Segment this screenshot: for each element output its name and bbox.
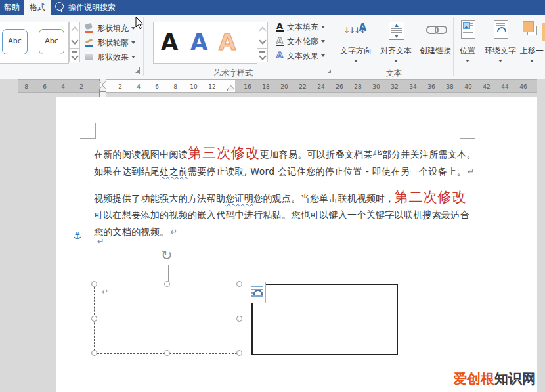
crop-mark-top-left bbox=[95, 123, 96, 138]
shape-fill-icon bbox=[84, 23, 95, 33]
gallery-more-button[interactable] bbox=[257, 48, 268, 62]
shape-fill-button[interactable]: 形状填充 bbox=[84, 22, 143, 35]
chevron-down-icon bbox=[71, 53, 78, 60]
anchor-icon: ⚓ bbox=[73, 230, 81, 242]
align-text-icon bbox=[389, 22, 404, 40]
link-chain-icon bbox=[426, 26, 447, 34]
wordart-dialog-launcher[interactable] bbox=[325, 67, 332, 74]
ruler-numbers-middle: 24681012 bbox=[111, 79, 221, 91]
dropdown-caret-icon bbox=[466, 60, 469, 62]
text-outline-button[interactable]: A 文本轮廓 bbox=[275, 35, 333, 48]
resize-handle-w[interactable] bbox=[91, 316, 97, 322]
text-outline-label: 文本轮廓 bbox=[287, 36, 318, 47]
resize-handle-e[interactable] bbox=[236, 316, 242, 322]
text-fill-label: 文本填充 bbox=[287, 22, 318, 33]
body-text: 视频提供了功能强大的方法帮助 bbox=[94, 193, 225, 204]
paragraph-line-4: 可以在想要添加的视频的嵌入代码中进行粘贴。您也可以键入一个关键字以联机搜索最适合 bbox=[94, 209, 469, 221]
gallery-scroll-down-button[interactable] bbox=[257, 35, 268, 49]
site-watermark: 爱创根知识网 bbox=[453, 370, 536, 388]
resize-handle-sw[interactable] bbox=[91, 350, 97, 356]
shape-styles-dialog-launcher[interactable] bbox=[133, 67, 140, 74]
watermark-suffix: 知识网 bbox=[494, 371, 536, 387]
wordart-gallery: A A A bbox=[153, 22, 257, 64]
selected-textbox[interactable]: ↵ bbox=[94, 284, 240, 354]
paragraph-mark: ↵ bbox=[170, 227, 177, 237]
paragraph-line-5: 您的文档的视频。↵ bbox=[94, 227, 178, 238]
bring-forward-label: 上移一 bbox=[519, 45, 545, 56]
resize-handle-s[interactable] bbox=[164, 350, 170, 356]
gallery-more-button[interactable] bbox=[69, 48, 80, 62]
mouse-cursor bbox=[135, 17, 144, 33]
gallery-scroll-down-button[interactable] bbox=[69, 35, 80, 49]
wordart-group-label: 艺术字样式 bbox=[194, 68, 272, 79]
crop-mark-top-left bbox=[80, 138, 96, 139]
shape-effects-button[interactable]: 形状效果 bbox=[84, 51, 143, 64]
dropdown-caret-icon bbox=[530, 60, 534, 62]
crop-mark-top-right bbox=[460, 123, 460, 138]
hanging-indent-marker[interactable] bbox=[99, 85, 106, 91]
dropdown-caret-icon bbox=[131, 56, 135, 58]
group-separator bbox=[453, 17, 454, 76]
resize-handle-n[interactable] bbox=[164, 281, 170, 287]
paragraph-line-2: 如果在达到结尾处之前需要停止读取, Word 会记住您的停止位置 - 即使在另一… bbox=[94, 166, 475, 178]
shape-fill-label: 形状填充 bbox=[97, 23, 129, 34]
textbox-cursor-mark: ↵ bbox=[100, 288, 108, 296]
text-fill-button[interactable]: A 文本填充 bbox=[275, 20, 333, 33]
text-fill-icon: A bbox=[275, 22, 284, 32]
watermark-brand: 爱创根 bbox=[453, 371, 494, 387]
shape-outline-icon bbox=[84, 37, 95, 48]
gallery-scroll-up-button[interactable] bbox=[257, 22, 268, 35]
text-effects-button[interactable]: A 文本效果 bbox=[275, 49, 333, 62]
wrap-text-label: 环绕文字 bbox=[482, 45, 519, 56]
wordart-style-black[interactable]: A bbox=[161, 25, 178, 59]
position-label: 位置 bbox=[454, 45, 481, 56]
shape-effects-icon bbox=[84, 52, 95, 62]
wordart-gallery-spinner bbox=[257, 22, 268, 62]
group-separator bbox=[334, 17, 334, 76]
resize-handle-nw[interactable] bbox=[91, 281, 97, 287]
wordart-style-orange[interactable]: A bbox=[219, 25, 236, 59]
ribbon: Abc Abc 形状填充 形状轮廓 形状效果 A A A A 文本填充 A 文本… bbox=[0, 15, 545, 79]
tab-help[interactable]: 帮助 bbox=[0, 0, 24, 15]
gallery-scroll-up-button[interactable] bbox=[69, 22, 80, 35]
wrap-text-button[interactable]: 环绕文字 bbox=[482, 18, 519, 77]
horizontal-ruler[interactable]: 8642 24681012 16182022242628303234363840… bbox=[0, 79, 545, 97]
document-area: 在新的阅读视图中阅读第三次修改更加容易。可以折叠文档某些部分并关注所需文本。 如… bbox=[0, 97, 545, 392]
empty-paragraph: ↵ bbox=[96, 236, 104, 246]
shape-style-thumbnail-1[interactable]: Abc bbox=[2, 29, 28, 54]
rectangle-shape[interactable] bbox=[251, 284, 398, 355]
resize-handle-se[interactable] bbox=[236, 350, 242, 356]
ruler-numbers-left: 8642 bbox=[17, 79, 91, 91]
right-indent-marker[interactable] bbox=[227, 85, 234, 91]
layout-options-button[interactable] bbox=[248, 282, 266, 303]
body-text: 可以在想要添加的视频的嵌入代码中进行粘贴。您也可以键入一个关键字以联机搜索最适合 bbox=[94, 209, 469, 220]
position-button[interactable]: 位置 bbox=[454, 18, 481, 77]
first-line-indent-marker[interactable] bbox=[99, 79, 106, 85]
tab-format-active[interactable]: 格式 bbox=[24, 0, 51, 15]
bring-forward-button[interactable]: 上移一 bbox=[519, 18, 545, 77]
shape-outline-label: 形状轮廓 bbox=[97, 37, 129, 49]
body-text: 更加容易。可以折叠文档某些部分并关注所需文本。 bbox=[260, 149, 476, 160]
resize-handle-ne[interactable] bbox=[236, 281, 242, 287]
create-link-label: 创建链接 bbox=[416, 45, 454, 56]
paragraph-line-3: 视频提供了功能强大的方法帮助您证明您的观点。当您单击联机视频时，第二次修改 bbox=[94, 188, 467, 206]
tell-me-search[interactable]: 操作说明搜索 bbox=[68, 0, 116, 15]
lightbulb-icon bbox=[55, 2, 64, 11]
shape-gallery-spinner bbox=[69, 22, 80, 62]
rotation-handle-icon[interactable]: ↻ bbox=[161, 249, 173, 263]
wordart-style-blue[interactable]: A bbox=[190, 25, 207, 59]
spellcheck-text: 您证明 bbox=[225, 193, 253, 204]
dropdown-caret-icon bbox=[321, 26, 325, 28]
paragraph-line-1: 在新的阅读视图中阅读第三次修改更加容易。可以折叠文档某些部分并关注所需文本。 bbox=[94, 144, 476, 162]
paragraph-mark: ↵ bbox=[97, 236, 104, 246]
body-text: 您的文档的视频。 bbox=[94, 227, 169, 237]
position-icon bbox=[461, 20, 475, 39]
align-text-label: 对齐文本 bbox=[377, 45, 415, 56]
shape-styles-gallery: Abc Abc bbox=[0, 22, 69, 64]
shape-outline-button[interactable]: 形状轮廓 bbox=[84, 36, 143, 49]
text-direction-icon: ↓↓↓↓ A bbox=[343, 22, 368, 43]
body-text: 需要停止读取, Word 会记住您的停止位置 - 即使在另一个设备上。 bbox=[188, 166, 466, 177]
spellcheck-text: 处之前 bbox=[160, 166, 188, 177]
shape-style-thumbnail-2[interactable]: Abc bbox=[39, 29, 64, 54]
left-indent-marker[interactable] bbox=[99, 91, 106, 97]
